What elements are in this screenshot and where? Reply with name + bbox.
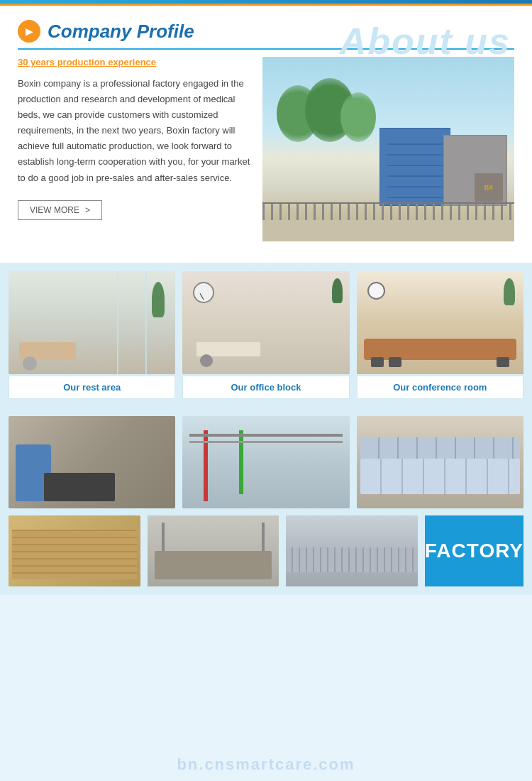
machine-base [44,473,115,501]
company-image-inner: BX [262,57,514,241]
office-label-rest: Our rest area [9,376,175,399]
factory-fence [262,202,514,220]
conf-chair-1 [371,357,384,367]
chair-rest [23,356,37,371]
frame-leg-2 [262,523,265,551]
arrow-icon [18,20,40,43]
building-sign: BX [475,173,503,202]
view-more-button[interactable]: VIEW MORE > [18,200,102,220]
factory-photo-machine [9,416,175,508]
boxin-logo: BX [484,184,494,191]
company-description: Boxin company is a professional factory … [18,76,252,186]
tree-3 [340,92,376,142]
view-more-label: VIEW MORE [30,205,79,215]
office-photo-conference [357,271,523,374]
factory-label-box: FACTORY [425,515,523,586]
factory-photo-workshop [182,416,349,508]
conveyor-rollers [286,547,418,572]
blue-building [379,128,450,206]
text-area: 30 years production experience Boxin com… [18,57,252,241]
view-more-arrow: > [85,205,90,215]
glass-1 [145,271,147,374]
factory-photo-conveyor [286,515,418,586]
plant-conf [504,278,515,305]
conf-clock [367,282,385,300]
office-photo-rest [9,271,175,374]
beds-row [360,459,520,494]
office-item-conference: Our conference room [357,271,523,399]
plant-rest [152,282,165,317]
pipe-2 [189,441,342,443]
assembly-table [155,551,272,579]
pole-green [239,430,243,494]
content-area: 30 years production experience Boxin com… [18,57,514,241]
grey-building: BX [443,135,507,206]
factory-photo-beds [357,416,523,508]
office-item-rest: Our rest area [9,271,175,399]
section-title: Company Profile [48,21,194,43]
office-item-block: Our office block [182,271,349,399]
factory-row-2: FACTORY [9,515,523,586]
wood-planks [12,530,137,579]
factory-section: FACTORY [0,408,532,595]
glass-2 [117,271,118,374]
beds-row-2 [360,437,520,459]
conf-chair-2 [389,357,401,367]
company-image: BX [262,57,514,241]
office-label-block: Our office block [182,376,349,399]
office-label-conference: Our conference room [357,376,523,399]
factory-photo-assembly [148,515,279,586]
conf-chair-3 [497,357,509,367]
office-photo-block [182,271,349,374]
conf-table [364,339,516,360]
factory-label: FACTORY [425,540,523,562]
about-us-watermark: About us [340,20,511,62]
office-grid: Our rest area Our office block [0,263,532,408]
factory-ground [262,220,514,241]
top-bar [0,0,532,6]
experience-link[interactable]: 30 years production experience [18,57,252,67]
plant-block [332,278,343,303]
building-detail [387,136,443,198]
watermark: bn.cnsmartcare.com [177,755,355,774]
clock-hand [200,293,204,300]
factory-photo-wood [9,515,140,586]
pipe-1 [189,434,342,437]
frame-leg-1 [162,523,165,551]
company-section: About us Company Profile 30 years produc… [0,6,532,263]
factory-row-1 [9,416,523,508]
